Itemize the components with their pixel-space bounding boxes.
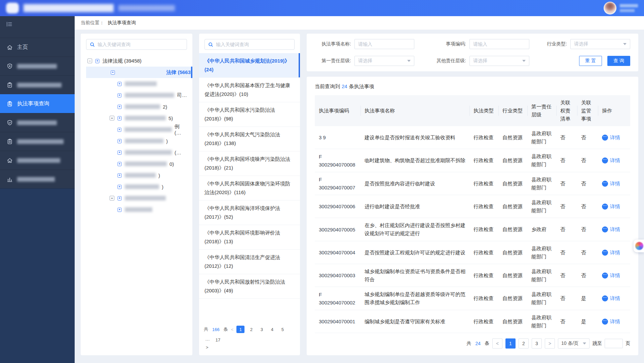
sidebar-item-redacted-3[interactable]	[0, 113, 75, 132]
matter-code: 3002904070002	[319, 299, 356, 306]
tree-node[interactable]: 司…	[86, 89, 187, 101]
sidebar-item-enforcement-query[interactable]: 执法事项查询	[0, 94, 75, 113]
tree-node[interactable]	[86, 204, 187, 215]
law-list-item[interactable]: 《中华人民共和国水污染防治法(2018)》(98)	[199, 102, 300, 127]
code-filter-field	[469, 39, 529, 49]
detail-link[interactable]: ···详情	[602, 249, 626, 257]
query-button[interactable]: 查 询	[607, 56, 630, 66]
law-badge-icon	[117, 207, 122, 212]
expand-node-icon[interactable]: +	[110, 116, 114, 120]
detail-link[interactable]: ···详情	[602, 156, 626, 165]
power-list-flag: 否	[556, 156, 577, 165]
tree-node-selected[interactable]: 法律 (5663)	[86, 67, 192, 78]
chevron-down-icon	[522, 60, 526, 62]
law-list-item[interactable]: 《中华人民共和国固体废物污染环境防治法(2020)》(116)	[199, 176, 300, 201]
sidebar-item-redacted-1[interactable]	[0, 57, 75, 75]
industry-filter-select[interactable]: 请选择	[570, 39, 630, 49]
page-size-select[interactable]: 10 条/页	[558, 338, 590, 349]
other-level-filter-select[interactable]: 请选择	[469, 56, 529, 66]
page-number[interactable]: 1	[505, 338, 516, 349]
law-list-item[interactable]: 《中华人民共和国基本医疗卫生与健康促进法(2020)》(10)	[199, 78, 300, 102]
supervision-flag: 否	[577, 249, 598, 257]
first-level: 县政府职能部门	[527, 198, 556, 215]
law-list-item[interactable]: 《中华人民共和国城乡规划法(2019)》(24)	[199, 53, 300, 78]
supervision-flag: 是	[577, 294, 598, 302]
next-page-icon[interactable]: >	[206, 345, 209, 350]
law-badge-icon	[117, 116, 122, 121]
page-number[interactable]: 3	[258, 326, 265, 333]
law-list-item[interactable]: 《中华人民共和国清洁生产促进法(2012)》(12)	[199, 250, 300, 274]
law-list-item[interactable]: 《中华人民共和国环境噪声污染防治法(2018)》(21)	[199, 151, 300, 176]
sidebar-nav: 主页 执法事项查询	[0, 38, 75, 188]
detail-link[interactable]: ···详情	[602, 180, 626, 188]
law-list-item[interactable]: 《中华人民共和国海洋环境保护法(2017)》(52)	[199, 201, 300, 225]
sidebar-item-label: 主页	[17, 44, 28, 51]
page-ellipsis[interactable]: ···	[204, 336, 211, 343]
reset-button[interactable]: 重 置	[579, 56, 602, 66]
tree-node[interactable]: 0)	[86, 158, 187, 170]
tree-node[interactable]: +	[86, 192, 187, 204]
tree-node[interactable]: 2)	[86, 101, 187, 112]
page-number[interactable]: 5	[279, 326, 286, 333]
page-number[interactable]: 3	[532, 338, 542, 349]
detail-link[interactable]: ···详情	[602, 134, 626, 142]
prev-page-icon[interactable]: <	[492, 338, 502, 349]
more-dots-icon: ···	[602, 135, 608, 141]
law-search-input[interactable]	[216, 42, 291, 47]
first-level-filter-label: 第一责任层级:	[315, 58, 354, 64]
code-filter-input[interactable]	[473, 41, 526, 47]
sidebar-item-redacted-4[interactable]	[0, 132, 75, 151]
redacted-app-title	[24, 4, 114, 12]
jump-page-input[interactable]	[605, 339, 623, 348]
redacted-label	[125, 81, 157, 86]
detail-link[interactable]: ···详情	[602, 225, 626, 233]
detail-link[interactable]: ···详情	[602, 294, 626, 302]
avatar[interactable]	[604, 2, 616, 14]
name-filter-input[interactable]	[358, 41, 411, 47]
prev-page-icon[interactable]: <	[231, 327, 234, 332]
page-number[interactable]: 2	[248, 326, 255, 333]
law-list-item[interactable]: 《中华人民共和国放射性污染防治法(2003)》(49)	[199, 274, 300, 299]
tree-search-input[interactable]	[98, 42, 183, 47]
sidebar-item-redacted-6[interactable]	[0, 170, 75, 188]
tree-node[interactable]: (…	[86, 147, 187, 158]
detail-link[interactable]: ···详情	[602, 318, 626, 326]
page-number[interactable]: 1	[236, 326, 244, 333]
law-list-item[interactable]: 《中华人民共和国大气污染防治法(2018)》(138)	[199, 127, 300, 151]
menu-fold-icon[interactable]	[6, 21, 13, 28]
page-number[interactable]: 4	[268, 326, 276, 333]
tree-node[interactable]	[86, 78, 187, 89]
law-badge-icon	[117, 81, 122, 86]
enforcement-type: 行政检查	[469, 134, 498, 142]
law-badge-icon	[117, 184, 122, 189]
law-list-item[interactable]: 《中华人民共和国环境影响评价法(2018)》(13)	[199, 225, 300, 250]
next-page-icon[interactable]: >	[545, 338, 555, 349]
expand-node-icon[interactable]: +	[110, 196, 114, 201]
tree-node[interactable]: )	[86, 181, 187, 192]
floating-assistant-button[interactable]	[634, 240, 644, 252]
user-menu[interactable]	[604, 2, 638, 14]
shield-check-icon	[7, 120, 13, 126]
tree-node[interactable]: )	[86, 135, 187, 147]
sidebar-item-redacted-5[interactable]	[0, 151, 75, 170]
column-header: 执法事项名称	[361, 107, 469, 115]
clipboard-list-icon	[7, 139, 13, 145]
chevron-down-icon	[407, 60, 411, 62]
collapse-node-icon[interactable]: −	[87, 59, 92, 63]
page-number[interactable]: 2	[519, 338, 529, 349]
first-level-filter-select[interactable]: 请选择	[354, 56, 414, 66]
tree-node[interactable]: +5)	[86, 112, 187, 124]
enforcement-type: 行政检查	[469, 318, 498, 326]
table-pagination: 共24条 < 1 2 3 > 10 条/页 跳至 页	[315, 333, 630, 349]
detail-link[interactable]: ···详情	[602, 203, 626, 211]
sidebar-item-home[interactable]: 主页	[0, 38, 75, 57]
page-number[interactable]: 17	[214, 336, 222, 343]
tree-node[interactable]: 例 (…	[86, 124, 187, 135]
app-logo	[6, 3, 19, 13]
tree-node[interactable]: )	[86, 170, 187, 181]
law-badge-icon	[95, 59, 100, 64]
detail-link[interactable]: ···详情	[602, 271, 626, 280]
sidebar-item-redacted-2[interactable]	[0, 75, 75, 94]
matter-name: 进行临时建设是否经批准	[361, 203, 469, 211]
tree-node-root[interactable]: − 法律法规 (39458)	[86, 55, 187, 67]
